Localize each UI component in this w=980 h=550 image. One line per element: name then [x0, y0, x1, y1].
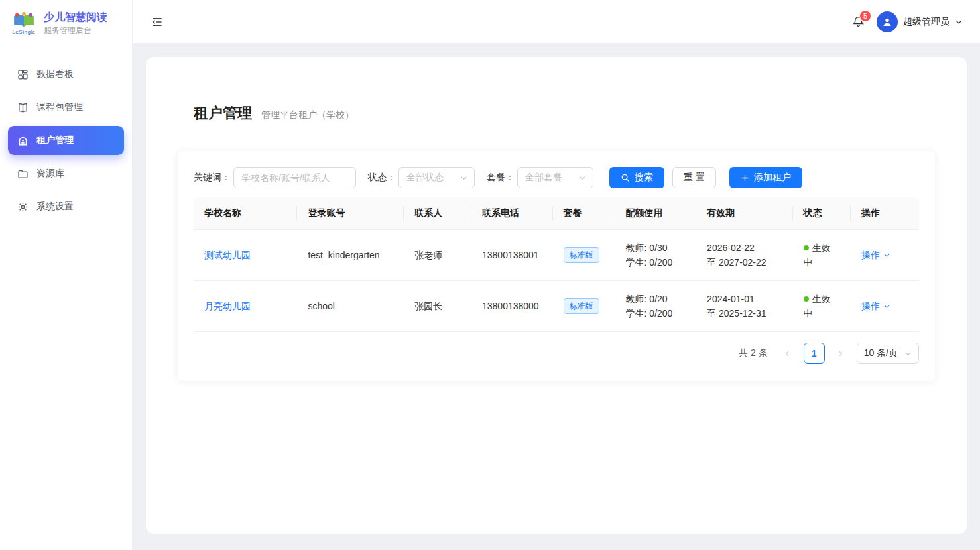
keyword-input[interactable] — [233, 167, 356, 188]
chevron-left-icon — [784, 350, 791, 357]
search-button-label: 搜索 — [635, 172, 653, 184]
pagination-next-button[interactable] — [830, 343, 851, 364]
school-name-link[interactable]: 测试幼儿园 — [204, 250, 251, 260]
building-icon — [17, 135, 29, 146]
col-actions: 操作 — [851, 197, 919, 230]
plan-select-value: 全部套餐 — [525, 172, 562, 184]
chevron-down-icon — [955, 18, 963, 26]
app-logo: LeSingle 少儿智慧阅读 服务管理后台 — [0, 0, 132, 46]
chevron-down-icon — [883, 252, 890, 259]
page-subtitle: 管理平台租户（学校） — [261, 109, 354, 121]
contact-cell: 张园长 — [404, 281, 471, 332]
page-size-value: 10 条/页 — [864, 347, 898, 359]
plan-label: 套餐： — [487, 172, 515, 184]
sidebar-item-dashboard[interactable]: 数据看板 — [8, 60, 124, 89]
reset-button-label: 重 置 — [684, 172, 705, 184]
row-actions-dropdown[interactable]: 操作 — [861, 299, 890, 313]
account-cell: test_kindergarten — [297, 230, 404, 281]
pagination: 共 2 条 1 10 条/页 — [194, 343, 919, 365]
filter-bar: 关键词： 状态： 全部状态 套餐： 全部套餐 — [194, 167, 919, 188]
quota-student: 学生: 0/200 — [626, 255, 686, 270]
status-cell: 生效中 — [793, 281, 851, 332]
account-cell: school — [297, 281, 404, 332]
plan-tag: 标准版 — [564, 298, 599, 314]
page-card: 租户管理 管理平台租户（学校） 关键词： 状态： 全部状态 套餐： 全部套餐 — [146, 57, 967, 534]
sidebar-item-label: 课程包管理 — [36, 101, 83, 113]
folder-icon — [17, 168, 29, 180]
sidebar-item-course-packages[interactable]: 课程包管理 — [8, 93, 124, 122]
dashboard-icon — [17, 69, 29, 80]
quota-cell: 教师: 0/20 学生: 0/200 — [615, 281, 697, 332]
row-actions-dropdown[interactable]: 操作 — [861, 248, 890, 262]
user-menu[interactable]: 超级管理员 — [877, 11, 963, 32]
top-header: 5 超级管理员 — [133, 0, 980, 43]
phone-cell: 13800138000 — [471, 281, 553, 332]
tenants-table: 学校名称 登录账号 联系人 联系电话 套餐 配额使用 有效期 状态 操作 — [194, 197, 919, 332]
valid-from: 2024-01-01 — [707, 292, 782, 306]
col-school: 学校名称 — [194, 197, 297, 230]
content-area: 租户管理 管理平台租户（学校） 关键词： 状态： 全部状态 套餐： 全部套餐 — [133, 43, 980, 550]
col-account: 登录账号 — [297, 197, 404, 230]
plus-icon — [741, 174, 749, 182]
chevron-down-icon — [460, 174, 467, 182]
col-contact: 联系人 — [404, 197, 471, 230]
status-cell: 生效中 — [793, 230, 851, 281]
reset-button[interactable]: 重 置 — [672, 167, 716, 188]
sidebar-collapse-button[interactable] — [149, 13, 166, 30]
book-icon — [17, 102, 29, 113]
col-quota: 配额使用 — [615, 197, 697, 230]
status-select-value: 全部状态 — [406, 172, 444, 184]
pagination-page-1[interactable]: 1 — [804, 343, 825, 364]
sidebar-nav: 数据看板 课程包管理 租户管理 资源库 系统设置 — [0, 46, 132, 221]
col-validity: 有效期 — [696, 197, 793, 230]
colorful-book-icon — [11, 11, 36, 28]
quota-cell: 教师: 0/30 学生: 0/200 — [615, 230, 697, 281]
app-title: 少儿智慧阅读 — [44, 11, 107, 24]
notifications-button[interactable]: 5 — [852, 15, 865, 28]
quota-teacher: 教师: 0/20 — [626, 292, 686, 306]
user-icon — [881, 16, 893, 28]
validity-cell: 2024-01-01 至 2025-12-31 — [696, 281, 793, 332]
status-label: 状态： — [368, 172, 396, 184]
pagination-total: 共 2 条 — [739, 347, 768, 359]
col-status: 状态 — [793, 197, 851, 230]
sidebar-item-resources[interactable]: 资源库 — [8, 159, 124, 188]
menu-fold-icon — [151, 16, 163, 28]
tenants-panel: 关键词： 状态： 全部状态 套餐： 全部套餐 — [178, 151, 935, 381]
sidebar-item-label: 系统设置 — [36, 201, 74, 213]
plan-select[interactable]: 全部套餐 — [517, 167, 593, 188]
table-header-row: 学校名称 登录账号 联系人 联系电话 套餐 配额使用 有效期 状态 操作 — [194, 197, 919, 230]
sidebar-item-tenants[interactable]: 租户管理 — [8, 126, 124, 155]
table-row: 月亮幼儿园 school 张园长 13800138000 标准版 教师: 0/2… — [194, 281, 919, 332]
col-plan: 套餐 — [553, 197, 615, 230]
search-button[interactable]: 搜索 — [609, 167, 664, 188]
valid-from: 2026-02-22 — [707, 241, 782, 255]
status-select[interactable]: 全部状态 — [398, 167, 475, 188]
page-size-select[interactable]: 10 条/页 — [857, 343, 919, 364]
logo-brand-text: LeSingle — [12, 29, 35, 35]
row-actions-label: 操作 — [861, 299, 880, 313]
quota-teacher: 教师: 0/30 — [626, 241, 686, 255]
plan-tag: 标准版 — [564, 247, 599, 263]
status-dot — [804, 296, 809, 302]
user-name: 超级管理员 — [903, 16, 949, 28]
pagination-prev-button[interactable] — [777, 343, 798, 364]
add-tenant-button[interactable]: 添加租户 — [729, 167, 802, 188]
gear-icon — [17, 201, 29, 213]
chevron-down-icon — [579, 174, 586, 182]
app-subtitle: 服务管理后台 — [44, 25, 107, 36]
chevron-down-icon — [904, 350, 912, 357]
school-name-link[interactable]: 月亮幼儿园 — [204, 301, 251, 311]
chevron-down-icon — [883, 303, 890, 310]
page-title: 租户管理 — [194, 103, 252, 123]
valid-to: 至 2027-02-22 — [707, 255, 782, 270]
avatar — [877, 11, 898, 32]
valid-to: 至 2025-12-31 — [707, 306, 782, 321]
chevron-right-icon — [837, 350, 844, 357]
sidebar-item-label: 数据看板 — [36, 68, 74, 80]
table-row: 测试幼儿园 test_kindergarten 张老师 13800138001 … — [194, 230, 919, 281]
sidebar-item-settings[interactable]: 系统设置 — [8, 192, 124, 221]
keyword-label: 关键词： — [194, 172, 231, 184]
add-tenant-button-label: 添加租户 — [754, 172, 791, 184]
validity-cell: 2026-02-22 至 2027-02-22 — [696, 230, 793, 281]
